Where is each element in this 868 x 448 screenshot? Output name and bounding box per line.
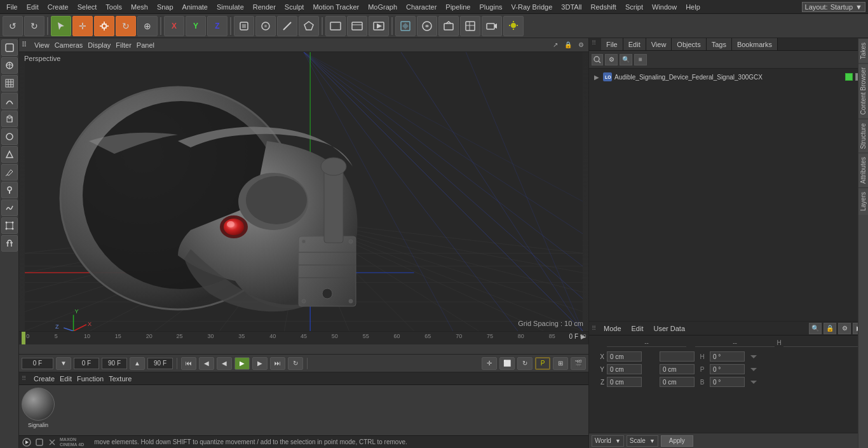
- frame-arrow[interactable]: ▶: [581, 333, 586, 340]
- obj-tool-3[interactable]: 🔍: [620, 54, 632, 65]
- menu-window[interactable]: Window: [648, 2, 681, 12]
- menu-3dtall[interactable]: 3DTAll: [557, 2, 585, 12]
- menu-pipeline[interactable]: Pipeline: [442, 2, 474, 12]
- render-anim-btn[interactable]: 🎬: [571, 357, 586, 370]
- select-tool-button[interactable]: [51, 16, 71, 36]
- transform-tool-button[interactable]: ⊕: [137, 16, 158, 36]
- attr-search-btn[interactable]: 🔍: [809, 323, 822, 334]
- x-rot-input[interactable]: 0 °: [710, 351, 745, 362]
- grid-button[interactable]: [460, 16, 480, 36]
- sidebar-twist-btn[interactable]: [1, 93, 18, 109]
- obj-tab-bookmarks[interactable]: Bookmarks: [732, 38, 778, 50]
- frame-start-input[interactable]: [74, 358, 99, 369]
- y-axis-button[interactable]: Y: [186, 16, 206, 36]
- menu-create[interactable]: Create: [44, 2, 72, 12]
- object-mode-button[interactable]: [234, 16, 254, 36]
- current-frame-input[interactable]: [22, 358, 53, 369]
- frame-end-btn[interactable]: ▲: [130, 357, 145, 370]
- right-tab-content-browser[interactable]: Content Browser: [858, 63, 868, 118]
- z-arrow[interactable]: [747, 379, 760, 385]
- attr-lock-btn[interactable]: 🔒: [824, 323, 836, 334]
- menu-help[interactable]: Help: [682, 2, 704, 12]
- frame-end2-input[interactable]: [147, 358, 173, 369]
- menu-vray[interactable]: V-Ray Bridge: [508, 2, 557, 12]
- layout-selector[interactable]: Layout: Startup ▼: [802, 2, 865, 12]
- sidebar-magnet-btn[interactable]: [1, 235, 18, 252]
- viewport-expand-icon[interactable]: ↗: [550, 40, 560, 50]
- materials-function[interactable]: Function: [77, 375, 104, 383]
- light-button[interactable]: [503, 16, 524, 36]
- z-axis-button[interactable]: Z: [207, 16, 227, 36]
- step-back2-button[interactable]: ◀: [217, 357, 232, 370]
- edge-mode-button[interactable]: [277, 16, 297, 36]
- sidebar-deform-btn[interactable]: [1, 217, 18, 234]
- frame-end-input[interactable]: [102, 358, 127, 369]
- sidebar-sphere-btn[interactable]: [1, 128, 18, 145]
- y-arrow[interactable]: [747, 366, 760, 372]
- viewport-settings-icon[interactable]: ⚙: [576, 40, 586, 50]
- menu-tools[interactable]: Tools: [102, 2, 126, 12]
- right-tab-layers[interactable]: Layers: [858, 187, 868, 215]
- materials-create[interactable]: Create: [34, 375, 55, 383]
- viewport-menu-cameras[interactable]: Cameras: [55, 41, 83, 49]
- menu-plugins[interactable]: Plugins: [475, 2, 506, 12]
- attr-user-data[interactable]: User Data: [654, 325, 686, 332]
- step-forward-button[interactable]: ▶: [252, 357, 268, 370]
- world-dropdown[interactable]: World ▼: [592, 435, 624, 447]
- menu-render[interactable]: Render: [249, 2, 280, 12]
- viewport-menu-filter[interactable]: Filter: [116, 41, 131, 49]
- viewport-3d[interactable]: X Y Z: [19, 52, 588, 331]
- key-square-btn[interactable]: ⬜: [499, 357, 515, 370]
- obj-tool-2[interactable]: ⚙: [605, 54, 618, 65]
- menu-script[interactable]: Script: [621, 2, 647, 12]
- go-start-button[interactable]: ⏮: [181, 357, 196, 370]
- layout-dropdown-icon[interactable]: ▼: [855, 3, 862, 11]
- obj-expand-icon[interactable]: ▶: [594, 74, 600, 81]
- materials-texture[interactable]: Texture: [109, 375, 132, 383]
- polygon-mode-button[interactable]: [299, 16, 319, 36]
- move-keys-btn[interactable]: ✛: [482, 357, 497, 370]
- step-back-button[interactable]: ◀: [199, 357, 214, 370]
- sidebar-uv-btn[interactable]: [1, 57, 18, 74]
- obj-status-green[interactable]: [845, 73, 853, 81]
- y-pos-input[interactable]: 0 cm: [607, 364, 642, 374]
- obj-tab-view[interactable]: View: [646, 38, 672, 50]
- z-pos-input[interactable]: 0 cm: [607, 377, 642, 387]
- rotate-tool-button[interactable]: ↻: [116, 16, 136, 36]
- right-tab-attributes[interactable]: Attributes: [858, 153, 868, 187]
- attr-edit[interactable]: Edit: [632, 325, 644, 332]
- menu-file[interactable]: File: [3, 2, 22, 12]
- scale-dropdown[interactable]: Scale ▼: [627, 435, 658, 447]
- status-stop-icon[interactable]: [34, 437, 44, 447]
- obj-tab-tags[interactable]: Tags: [707, 38, 732, 50]
- obj-tab-edit[interactable]: Edit: [623, 38, 646, 50]
- x-pos-input[interactable]: 0 cm: [607, 351, 642, 362]
- loop-button[interactable]: ↻: [288, 357, 303, 370]
- obj-tab-file[interactable]: File: [601, 38, 623, 50]
- autokey-btn[interactable]: ↻: [517, 357, 532, 370]
- scale-tool-button[interactable]: [94, 16, 114, 36]
- z-size-input[interactable]: 0 cm: [660, 377, 695, 387]
- menu-edit[interactable]: Edit: [23, 2, 43, 12]
- sidebar-cone-btn[interactable]: [1, 146, 18, 163]
- obj-tab-objects[interactable]: Objects: [672, 38, 706, 50]
- obj-search-icon[interactable]: [592, 54, 603, 65]
- sidebar-brush-btn[interactable]: [1, 182, 18, 198]
- undo-button[interactable]: ↺: [3, 16, 23, 36]
- menu-sculpt[interactable]: Sculpt: [281, 2, 308, 12]
- attr-mode[interactable]: Mode: [604, 325, 621, 332]
- menu-character[interactable]: Character: [402, 2, 440, 12]
- grid-anim-btn[interactable]: ⊞: [553, 357, 568, 370]
- x-axis-button[interactable]: X: [164, 16, 184, 36]
- frame-prev-btn[interactable]: ▼: [56, 357, 71, 370]
- render-view-button[interactable]: [347, 16, 367, 36]
- render-button[interactable]: [369, 16, 389, 36]
- menu-simulate[interactable]: Simulate: [213, 2, 248, 12]
- menu-snap[interactable]: Snap: [153, 2, 177, 12]
- obj-tool-4[interactable]: ≡: [634, 54, 647, 65]
- sidebar-sculpt-btn[interactable]: [1, 200, 18, 216]
- materials-edit[interactable]: Edit: [60, 375, 72, 383]
- y-size-input[interactable]: 0 cm: [660, 364, 695, 374]
- status-close-icon[interactable]: [47, 437, 57, 447]
- menu-motion-tracker[interactable]: Motion Tracker: [309, 2, 363, 12]
